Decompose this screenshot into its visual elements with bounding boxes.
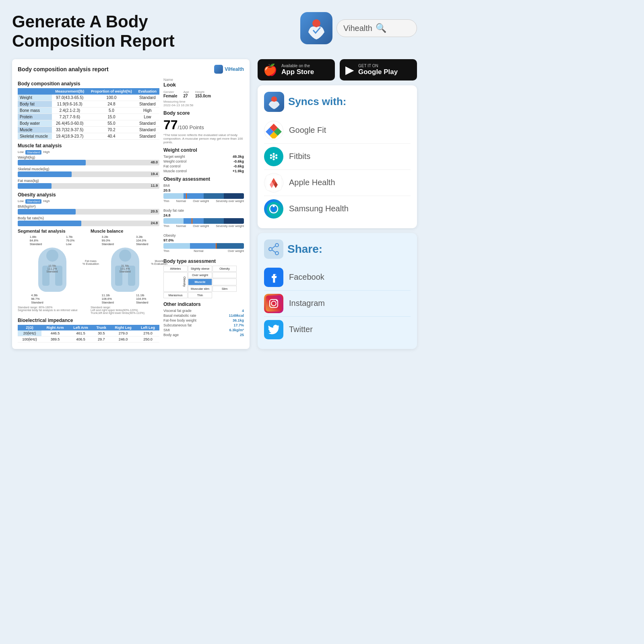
table-row: Protein 7.2(7.7-9.6) 15.0 Low xyxy=(18,114,159,120)
main-layout: Body composition analysis report ViHealt… xyxy=(12,59,417,349)
share-instagram[interactable]: Instagram xyxy=(264,291,411,317)
body-silhouette-right: 31.5lb101.4%Standard xyxy=(111,248,139,292)
report-panel: Body composition analysis report ViHealt… xyxy=(12,59,250,349)
report-header: Body composition analysis report ViHealt… xyxy=(18,65,244,74)
sync-item-fitbit: Fitbits xyxy=(264,144,411,170)
muscle-fat-title: Muscle fat analysis xyxy=(18,143,159,149)
svg-line-17 xyxy=(272,246,275,248)
search-icon: 🔍 xyxy=(376,23,386,33)
col-evaluation: Evaluation xyxy=(136,88,159,95)
appstore-small-text: Available on the xyxy=(281,64,314,68)
svg-point-5 xyxy=(273,158,275,160)
col-proportion: Proportion of weight(%) xyxy=(87,88,136,95)
svg-point-4 xyxy=(272,155,275,158)
table-row: Weight 97.0(43.3-65.5) 100.0 Standard xyxy=(18,95,159,101)
report-content: Body composition analysis Measurement(lb… xyxy=(18,78,244,343)
gender: Female xyxy=(163,94,177,98)
sync-item-apple: Apple Health xyxy=(264,170,411,196)
body-comp-title: Body composition analysis xyxy=(18,81,159,87)
table-row: 20(kHz) 446.5 461.5 30.5 279.0 276.0 xyxy=(18,330,159,336)
table-row: Body water 26.4(45.0-60.0) 55.0 Standard xyxy=(18,120,159,126)
table-row: Bone mass 2.4(2.1-2.3) 5.0 High xyxy=(18,107,159,114)
list-item: SMI6.3kg/m² xyxy=(163,328,244,332)
syncs-app-icon xyxy=(264,92,284,112)
svg-point-7 xyxy=(270,157,272,159)
bmi-bar: 20.5 ThinNormalOver weightSeverely over … xyxy=(163,188,244,203)
list-item: Body age25 xyxy=(163,333,244,337)
table-row: Skeletal muscle 19.4(18.9-23.7) 40.4 Sta… xyxy=(18,133,159,139)
apple-store-icon: 🍎 xyxy=(263,63,277,76)
instagram-icon xyxy=(264,294,283,313)
share-twitter[interactable]: Twitter xyxy=(264,317,411,343)
obesity-title: Obesity analysis xyxy=(18,192,159,198)
svg-point-3 xyxy=(273,153,275,155)
syncs-section: Syncs with: Google Fit xyxy=(258,85,417,228)
list-item: BMI(kg/m²) 20.5 xyxy=(18,204,159,215)
fitbit-icon xyxy=(264,147,283,166)
list-item: Weight(kg) 48.0 xyxy=(18,155,159,165)
syncs-header: Syncs with: xyxy=(264,92,411,112)
share-header: Share: xyxy=(264,239,411,259)
patient-name: Look xyxy=(163,82,244,88)
muscle-fat-bars: Weight(kg) 48.0 Skeletal muscle(kg) 19.4… xyxy=(18,155,159,189)
list-item: Fat-free body weight36.1kg xyxy=(163,318,244,322)
report-title: Body composition analysis report xyxy=(18,66,109,72)
obesity-bar-chart: 97.0% ThinNormalOver weight xyxy=(163,238,244,253)
report-left-col: Body composition analysis Measurement(lb… xyxy=(18,78,159,343)
facebook-label: Facebook xyxy=(289,272,324,282)
active-body-type: Muscle xyxy=(188,279,212,285)
table-row: Body fat 11.9(9.6-16.3) 24.8 Standard xyxy=(18,101,159,107)
svg-point-9 xyxy=(275,157,277,159)
syncs-title: Syncs with: xyxy=(288,95,346,108)
app-header: Vihealth 🔍 xyxy=(300,12,417,44)
obesity-assessment-title: Obesity assessment xyxy=(163,176,244,182)
page-title: Generate A Body Composition Report xyxy=(12,12,292,51)
list-item: Visceral fat grade4 xyxy=(163,309,244,313)
fitbit-label: Fitbits xyxy=(289,152,310,161)
weight-control: Weight control Target weight 49.3kg Weig… xyxy=(163,147,244,173)
search-text: Vihealth xyxy=(343,24,372,33)
google-small-text: GET IT ON xyxy=(358,64,398,68)
svg-point-11 xyxy=(267,202,280,215)
apple-health-label: Apple Health xyxy=(289,178,335,187)
svg-point-6 xyxy=(270,154,272,156)
svg-point-14 xyxy=(275,244,279,247)
twitter-icon xyxy=(264,320,283,339)
share-section: Share: Facebook xyxy=(258,233,417,349)
bfr-bar: 24.8 ThinNormalOver weightSeverely over … xyxy=(163,213,244,228)
store-buttons: 🍎 Available on the App Store ▶ GET IT ON… xyxy=(258,59,417,80)
score-value: 77 xyxy=(163,118,178,132)
comp-table: Measurement(lb) Proportion of weight(%) … xyxy=(18,88,159,140)
measuring-time: 2022-04-13 16:28:58 xyxy=(163,103,193,107)
samsung-health-icon xyxy=(264,199,283,219)
sync-item-googlefit: Google Fit xyxy=(264,118,411,144)
svg-point-16 xyxy=(275,252,279,255)
appstore-button[interactable]: 🍎 Available on the App Store xyxy=(258,59,335,80)
muscle-fat-legend: Low Standard High xyxy=(18,150,159,155)
page-header: Generate A Body Composition Report Vihea… xyxy=(12,12,417,51)
vihealth-icon-small xyxy=(214,65,223,74)
share-facebook[interactable]: Facebook xyxy=(264,264,411,291)
score-label: /100 Points xyxy=(178,124,204,130)
body-type-title: Body type assessment xyxy=(163,258,244,264)
body-silhouette-left: 10.5lb111.2%Standard xyxy=(38,248,66,292)
report-right-col: Name Look Gender Female Age 27 Height 15… xyxy=(163,78,244,343)
score-note: *The total score reflects the evaluated … xyxy=(163,133,244,144)
list-item: Subcutaneous fat17.7% xyxy=(163,323,244,327)
search-bar[interactable]: Vihealth 🔍 xyxy=(336,19,417,37)
body-score: Body score 77/100 Points *The total scor… xyxy=(163,110,244,144)
vihealth-logo: ViHealth xyxy=(214,65,244,74)
table-row: Muscle 33.7(32.9-37.5) 70.2 Standard xyxy=(18,126,159,133)
patient-info: Gender Female Age 27 Height 153.0cm xyxy=(163,90,244,98)
col-measurement: Measurement(lb) xyxy=(52,88,87,95)
other-ind-title: Other indicators xyxy=(163,301,244,307)
other-indicators: Visceral fat grade4Basal metabolic rate1… xyxy=(163,309,244,337)
sync-item-samsung: Samsung Health xyxy=(264,196,411,222)
height: 153.0cm xyxy=(195,94,211,98)
twitter-label: Twitter xyxy=(289,325,313,334)
age: 27 xyxy=(183,94,189,98)
google-play-button[interactable]: ▶ GET IT ON Google Play xyxy=(340,59,417,80)
app-icon xyxy=(300,12,332,44)
samsung-health-label: Samsung Health xyxy=(289,204,349,213)
svg-line-18 xyxy=(272,250,275,252)
